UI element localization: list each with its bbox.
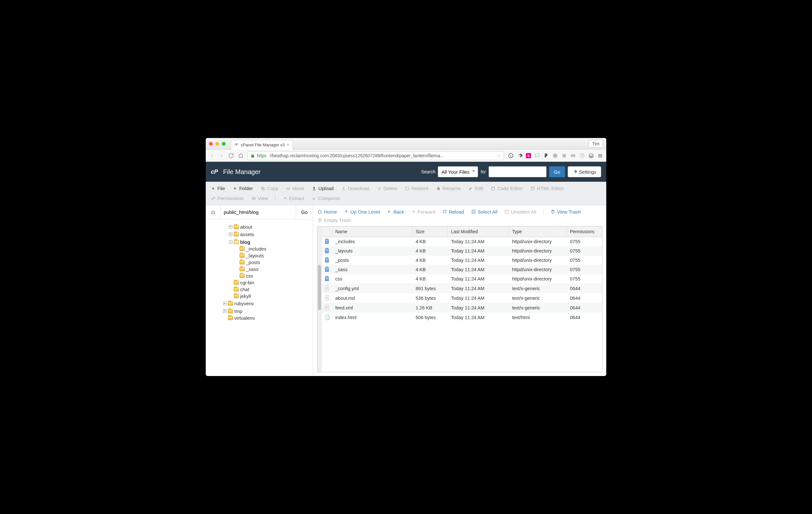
zoom-window-button[interactable]: [222, 142, 226, 146]
browser-tab[interactable]: cP cPanel File Manager v3 ×: [231, 140, 293, 150]
extension-6-icon[interactable]: [561, 153, 567, 159]
tree-expander-icon[interactable]: +: [223, 309, 227, 313]
extension-5-icon[interactable]: [552, 153, 558, 159]
edit-button[interactable]: Edit: [468, 184, 484, 192]
path-input[interactable]: [221, 205, 296, 219]
browser-profile-button[interactable]: Tim: [588, 140, 603, 147]
tree-node[interactable]: css: [235, 273, 253, 278]
table-row[interactable]: css4 KBToday 11:24 AMhttpd/unix-director…: [322, 274, 602, 284]
table-row[interactable]: _config.yml891 bytesToday 11:24 AMtext/x…: [322, 284, 602, 293]
chrome-menu-icon[interactable]: [597, 153, 603, 159]
upload-button[interactable]: Upload: [311, 184, 334, 192]
move-button[interactable]: Move: [286, 184, 305, 192]
search-input[interactable]: [489, 166, 547, 177]
nav-back-icon[interactable]: [209, 153, 215, 159]
new-file-button[interactable]: File: [210, 184, 226, 192]
tree-node[interactable]: +about: [229, 224, 252, 229]
tree-node[interactable]: cgi-bin: [229, 280, 254, 285]
header-modified[interactable]: Last Modified: [448, 226, 509, 237]
code-editor-button[interactable]: Code Editor: [490, 184, 523, 192]
row-size: 506 bytes: [412, 313, 448, 322]
action-empty-trash[interactable]: Empty Trash: [318, 217, 602, 223]
extension-chat-icon[interactable]: [534, 153, 540, 159]
table-row[interactable]: _posts4 KBToday 11:24 AMhttpd/unix-direc…: [322, 256, 602, 265]
nav-home-icon[interactable]: [238, 153, 244, 159]
tree-node[interactable]: virtualenv: [223, 315, 255, 321]
restore-button[interactable]: Restore: [404, 184, 429, 192]
scrollbar[interactable]: [317, 226, 322, 372]
extension-8-icon[interactable]: [579, 153, 585, 159]
table-row[interactable]: about.md536 bytesToday 11:24 AMtext/x-ge…: [322, 293, 602, 303]
tree-expander-icon[interactable]: +: [223, 302, 227, 305]
extension-wordpress-icon[interactable]: [588, 153, 594, 159]
table-row[interactable]: _sass4 KBToday 11:24 AMhttpd/unix-direct…: [322, 265, 602, 274]
download-button[interactable]: Download: [341, 184, 370, 192]
table-row[interactable]: _includes4 KBToday 11:24 AMhttpd/unix-di…: [322, 237, 602, 246]
extension-info-icon[interactable]: [508, 153, 514, 159]
action-back-label: Back: [394, 209, 404, 215]
nav-forward-icon[interactable]: [219, 153, 224, 159]
copy-label: Copy: [267, 186, 279, 191]
table-row[interactable]: index.html506 bytesToday 11:24 AMtext/ht…: [322, 313, 602, 322]
tree-node[interactable]: _layouts: [235, 253, 264, 258]
extract-label: Extract: [289, 195, 304, 201]
home-path-button[interactable]: [206, 205, 221, 219]
row-modified: Today 11:24 AM: [448, 256, 509, 265]
action-unselect-all[interactable]: Unselect All: [504, 209, 536, 215]
table-row[interactable]: feed.xml1.26 KBToday 11:24 AMtext/x-gene…: [322, 303, 602, 313]
rename-button[interactable]: Rename: [436, 184, 462, 192]
tree-node[interactable]: -blog: [229, 239, 251, 245]
trash-icon: [551, 209, 555, 214]
html-editor-icon: [530, 186, 535, 191]
tab-close-icon[interactable]: ×: [287, 142, 289, 147]
tree-expander-icon[interactable]: +: [229, 225, 232, 229]
header-permissions[interactable]: Permissions: [567, 226, 602, 237]
action-view-trash[interactable]: View Trash: [551, 209, 581, 215]
path-go-button[interactable]: Go: [296, 205, 313, 219]
header-name[interactable]: Name: [332, 226, 412, 237]
tree-node[interactable]: chat: [229, 287, 249, 292]
minimize-window-button[interactable]: [215, 142, 219, 146]
tree-node[interactable]: _posts: [235, 260, 260, 265]
tree-node[interactable]: jekyll: [229, 293, 251, 299]
compress-button[interactable]: Compress: [311, 194, 341, 202]
action-home[interactable]: Home: [318, 209, 337, 215]
tree-node[interactable]: +rubyvenv: [223, 301, 254, 306]
html-editor-button[interactable]: HTML Editor: [530, 184, 564, 192]
tree-expander-icon[interactable]: -: [229, 240, 232, 244]
tree-node[interactable]: +assets: [229, 232, 254, 237]
extension-css-icon[interactable]: [570, 153, 576, 159]
table-row[interactable]: _layouts4 KBToday 11:24 AMhttpd/unix-dir…: [322, 246, 602, 256]
row-name: _posts: [332, 256, 412, 265]
action-back[interactable]: Back: [387, 209, 404, 215]
copy-button[interactable]: Copy: [260, 184, 279, 192]
new-folder-button[interactable]: Folder: [232, 184, 254, 192]
tree-node[interactable]: _sass: [235, 266, 258, 272]
bookmark-star-icon[interactable]: ☆: [497, 153, 501, 158]
action-up[interactable]: Up One Level: [344, 209, 380, 215]
header-icon-col[interactable]: [322, 226, 332, 237]
header-size[interactable]: Size: [412, 226, 448, 237]
tree-node[interactable]: +tmp: [223, 308, 242, 314]
search-scope-select[interactable]: All Your Files: [438, 166, 478, 177]
permissions-button[interactable]: Permissions: [210, 194, 244, 202]
close-window-button[interactable]: [209, 142, 213, 146]
view-label: View: [258, 195, 268, 201]
extension-gear-icon[interactable]: [517, 153, 523, 159]
address-bar[interactable]: https ://beathap.reclaimhosting.com:2083…: [248, 151, 504, 160]
tree-node[interactable]: _includes: [235, 246, 266, 251]
header-type[interactable]: Type: [509, 226, 567, 237]
settings-button[interactable]: Settings: [568, 166, 601, 177]
nav-reload-icon[interactable]: [228, 153, 234, 159]
scrollbar-thumb[interactable]: [318, 265, 321, 310]
action-forward[interactable]: Forward: [411, 209, 435, 215]
view-button[interactable]: View: [251, 194, 269, 202]
delete-button[interactable]: Delete: [376, 184, 398, 192]
search-go-button[interactable]: Go: [549, 166, 565, 177]
extract-button[interactable]: Extract: [282, 194, 305, 202]
action-select-all[interactable]: Select All: [471, 209, 498, 215]
action-reload[interactable]: Reload: [442, 209, 464, 215]
tree-expander-icon[interactable]: +: [229, 233, 232, 236]
extension-evernote-icon[interactable]: [543, 153, 549, 159]
extension-q-icon[interactable]: q: [526, 153, 531, 158]
